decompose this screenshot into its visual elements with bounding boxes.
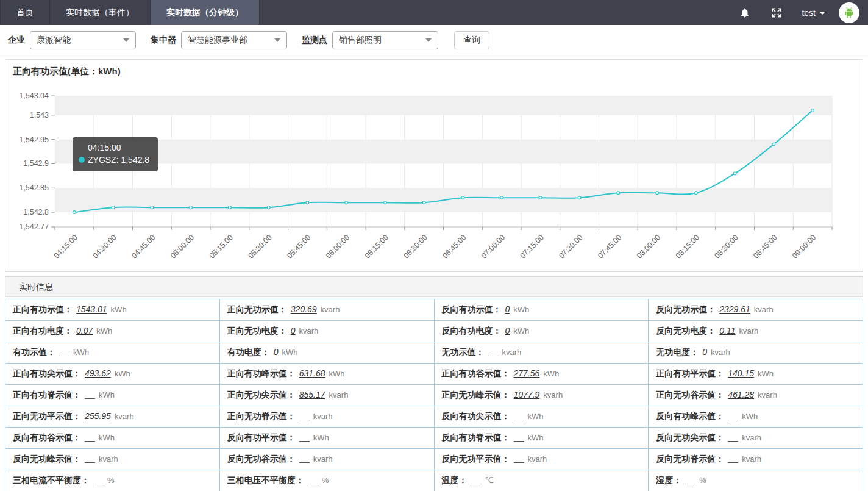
metric-unit: kWh: [73, 348, 89, 357]
data-point[interactable]: [811, 109, 814, 112]
metric-unit: kWh: [742, 412, 758, 421]
chevron-down-icon: [819, 12, 825, 15]
data-point[interactable]: [578, 196, 581, 199]
nav-tab-2[interactable]: 实时数据（分钟级）: [151, 0, 260, 25]
data-point[interactable]: [617, 192, 620, 195]
chevron-down-icon: [123, 38, 129, 42]
metric-value: 0.11: [719, 326, 735, 335]
data-point[interactable]: [461, 196, 464, 199]
data-point[interactable]: [733, 172, 736, 175]
metric-cell: 反向有功平示值：kWh: [219, 428, 434, 449]
nav-tabs: 首页实时数据（事件）实时数据（分钟级）: [0, 0, 260, 25]
metric-cell: 正向无功平示值：255.95kvarh: [5, 406, 220, 428]
data-point[interactable]: [190, 206, 193, 209]
metric-unit: kWh: [99, 390, 115, 400]
android-icon: [841, 5, 857, 21]
x-axis-label: 07:15:00: [519, 233, 546, 260]
metric-label: 反向无功谷示值：: [227, 454, 296, 464]
x-axis-label: 04:15:00: [52, 233, 79, 260]
metric-label: 有功电度：: [227, 347, 270, 357]
metric-value: [299, 434, 310, 442]
table-row: 反向无功峰示值：kvarh反向无功谷示值：kvarh反向无功平示值：kvarh反…: [5, 449, 863, 470]
metric-label: 反向无功示值：: [656, 304, 716, 314]
metric-cell: 反向无功谷示值：kvarh: [219, 449, 434, 470]
data-point[interactable]: [539, 196, 542, 199]
chevron-down-icon: [425, 38, 432, 42]
y-axis-label: 1,542.9: [23, 159, 49, 168]
metric-cell: 正向有功谷示值：277.56kWh: [434, 364, 649, 385]
metric-value: 140.15: [728, 368, 754, 378]
metric-cell: 正向有功峰示值：631.68kWh: [219, 364, 434, 385]
line-chart[interactable]: 1,542.771,542.81,542.851,542.91,542.951,…: [5, 60, 863, 271]
data-point[interactable]: [267, 206, 270, 209]
x-axis-label: 07:45:00: [596, 233, 623, 260]
metric-cell: 反向有功尖示值：kWh: [434, 406, 649, 428]
metric-unit: kvarh: [742, 433, 761, 442]
metric-value: 0: [274, 347, 279, 357]
filter-label-0: 企业: [8, 35, 25, 46]
user-name: test: [802, 8, 816, 18]
metric-label: 反向无功电度：: [656, 326, 716, 335]
metric-cell: 反向无功电度：0.11kvarh: [649, 321, 863, 342]
metric-unit: kWh: [115, 369, 130, 378]
metric-unit: %: [699, 476, 706, 485]
metric-cell: 反向无功脊示值：kvarh: [649, 449, 863, 470]
nav-tab-0[interactable]: 首页: [0, 0, 50, 25]
metric-label: 反向有功峰示值：: [656, 411, 724, 421]
metric-unit: kvarh: [543, 390, 563, 400]
metric-label: 反向无功平示值：: [442, 454, 510, 464]
x-axis-label: 05:30:00: [246, 233, 273, 260]
metric-label: 反向有功电度：: [442, 326, 502, 335]
metric-cell: 正向无功峰示值：1077.9kvarh: [434, 385, 649, 406]
metric-value: [514, 412, 524, 420]
query-button[interactable]: 查询: [454, 31, 489, 49]
data-point[interactable]: [306, 201, 309, 204]
x-axis-label: 06:15:00: [363, 233, 390, 260]
data-point[interactable]: [500, 196, 503, 199]
metric-value: 1077.9: [514, 390, 540, 400]
metric-unit: kWh: [758, 369, 774, 378]
data-point[interactable]: [228, 206, 231, 209]
metric-label: 反向无功脊示值：: [656, 454, 724, 464]
metric-cell: 正向无功示值：320.69kvarh: [219, 299, 434, 321]
y-axis-label: 1,542.85: [19, 184, 49, 192]
metric-label: 正向有功示值：: [13, 304, 73, 314]
metric-label: 正向有功平示值：: [656, 368, 724, 378]
data-point[interactable]: [694, 192, 697, 195]
metric-value: [308, 476, 318, 484]
data-point[interactable]: [112, 206, 115, 209]
data-point[interactable]: [73, 211, 76, 214]
realtime-panel: 实时信息 正向有功示值：1543.01kWh正向无功示值：320.69kvarh…: [5, 276, 863, 491]
nav-tab-1[interactable]: 实时数据（事件）: [50, 0, 151, 25]
y-axis-label: 1,542.8: [23, 208, 49, 217]
metric-value: [85, 455, 95, 463]
fullscreen-icon[interactable]: [770, 6, 783, 20]
data-point[interactable]: [345, 201, 348, 204]
table-row: 正向有功电度：0.07kWh正向无功电度：0kvarh反向有功电度：0kWh反向…: [5, 321, 863, 342]
metric-value: [514, 434, 524, 442]
filter-select-2[interactable]: 销售部照明: [332, 31, 438, 49]
data-point[interactable]: [656, 192, 659, 195]
metric-unit: kWh: [543, 369, 559, 378]
metric-unit: kvarh: [313, 454, 333, 464]
filter-select-1[interactable]: 智慧能源事业部: [181, 31, 287, 49]
metric-value: 255.95: [85, 411, 111, 421]
metric-unit: kvarh: [299, 326, 319, 335]
x-axis-label: 08:30:00: [713, 233, 739, 260]
metric-cell: 正向无功尖示值：855.17kvarh: [219, 385, 434, 406]
metric-unit: kvarh: [742, 454, 761, 464]
data-point[interactable]: [422, 201, 425, 204]
avatar[interactable]: [839, 2, 859, 23]
top-navbar: 首页实时数据（事件）实时数据（分钟级） test: [0, 0, 868, 25]
metric-cell: 无功电度：0kvarh: [649, 342, 863, 364]
metric-value: 0: [291, 326, 296, 335]
bell-icon[interactable]: [738, 6, 752, 20]
filter-select-0[interactable]: 康派智能: [30, 31, 136, 49]
data-point[interactable]: [772, 143, 775, 146]
data-point[interactable]: [151, 206, 154, 209]
metric-value: 320.69: [291, 304, 317, 314]
data-point[interactable]: [383, 201, 386, 204]
x-axis-label: 08:45:00: [752, 233, 778, 260]
user-menu[interactable]: test: [802, 8, 825, 18]
metric-cell: 反向有功电度：0kWh: [434, 321, 649, 342]
